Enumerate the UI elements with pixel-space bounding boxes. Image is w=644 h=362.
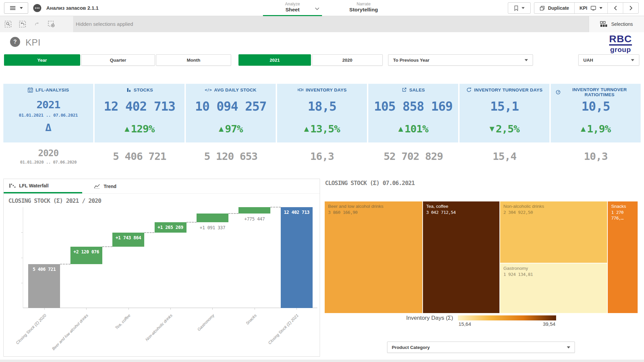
kpi-card-value: 18,5 [277,99,367,114]
treemap-node-beer-and-low-alcohol-drinks[interactable]: Beer and low alcohol drinks3 860 166,90 [324,201,423,313]
waterfall-bar-label: 5 406 721 [28,266,60,272]
filter-button-month[interactable]: Month [156,54,231,66]
app-options-icon[interactable] [33,4,42,12]
x-axis-tick [128,308,129,310]
kpi-card-lfl-analysis: 12LFL-ANALYSIS202101.01.2021 .. 07.06.20… [3,84,93,142]
x-axis-tick [255,308,255,310]
rbc-group-logo: RBC group [606,34,635,53]
treemap-title: CLOSING STOCK (Σ) 07.06.2021 [325,180,415,186]
bookmark-icon [514,5,519,11]
waterfall-x-label: Closing Stock (Σ) 2021 [249,313,300,357]
duplicate-button[interactable]: Duplicate [534,3,574,13]
chevron-down-icon[interactable] [315,7,319,10]
y-axis-tick [21,283,23,283]
clear-selections-icon[interactable] [48,21,56,27]
kpi-card-delta: ▲101% [368,123,458,135]
legend-label: Inventory Days (Σ) [406,315,453,321]
waterfall-connector [102,246,112,247]
comparison-period: 01.01.2020 .. 07.06.2020 [20,160,77,165]
treemap-legend: Inventory Days (Σ) 15,64 39,54 [324,315,638,321]
compare-period-dropdown[interactable]: To Previous Year [388,54,533,66]
treemap-node-name: Beer and low alcohol drinks [328,203,419,209]
kpi-card-value: 2021 [3,99,93,111]
kpi-card-value: 105 858 169 [368,99,458,114]
kpi-card-inventory-days: INVENTORY DAYS18,5▲13,5% [277,84,367,142]
treemap-node-name: Tea, coffee [426,203,496,209]
caret-down-icon [599,7,602,9]
step-forward-icon[interactable] [34,21,42,27]
search-selections-icon[interactable] [5,21,13,27]
selections-button[interactable]: Selections [589,16,644,32]
filter-button-2021[interactable]: 2021 [238,54,311,66]
legend-gradient-bar [458,315,556,320]
treemap-node-non-alcoholic-drinks[interactable]: Non-alcoholic drinks2 304 922,50 [500,201,608,263]
help-icon[interactable]: ? [10,37,20,47]
x-axis-tick [86,308,87,310]
logo-rbc-text: RBC [609,34,632,46]
kpi-card-value: 10 094 257 [186,99,276,114]
currency-dropdown[interactable]: UAH [578,54,639,66]
kpi-card-title: INVENTORY DAYS [306,87,347,93]
gauge-icon [555,89,561,95]
waterfall-x-label: Beer and low alcohol drinks [39,313,89,357]
treemap-node-tea-coffee[interactable]: Tea, coffee3 042 712,54 [423,201,500,313]
comparison-value-column: 16,3 [277,144,367,168]
kpi-card-header: SALES [368,87,458,93]
selections-toolbar: Hidden selections applied Selections [0,16,644,32]
tab-narrate-storytelling[interactable]: Narrate Storytelling [337,0,390,16]
kpi-card-delta: ▲97% [186,123,276,135]
waterfall-bar-closing-stock-2021[interactable] [281,207,313,308]
next-sheet-button[interactable] [623,3,638,13]
x-axis-tick [170,308,171,310]
kpi-nav-label: KPI [580,5,587,11]
currency-value: UAH [583,58,593,63]
treemap-node-value: 2 304 922,50 [503,209,604,215]
tab-analyze-sheet[interactable]: Analyze Sheet [263,0,322,16]
trend-icon [94,184,100,189]
filter-button-2020[interactable]: 2020 [312,54,383,66]
kpi-card-avg-daily-stock: </>AVG DAILY STOCK10 094 257▲97% [186,84,276,142]
comparison-value-column: 52 702 829 [368,144,458,168]
kpi-card-title: STOCKS [134,87,153,93]
waterfall-bar-gastronomy[interactable] [197,214,228,222]
caret-down-icon [567,346,570,349]
treemap-area: Beer and low alcohol drinks3 860 166,90T… [324,201,638,313]
waterfall-bar-snacks[interactable] [238,207,270,214]
y-axis-tick [21,258,23,258]
trend-up-icon: ▲ [304,124,309,133]
filter-row: To Previous Year UAH YearQuarterMonth202… [0,54,644,66]
waterfall-connector [60,264,70,264]
comparison-value: 15,4 [493,150,517,162]
filter-button-quarter[interactable]: Quarter [81,54,155,66]
caret-down-icon [525,59,528,61]
waterfall-tabs: LFL Waterfall Trend [4,179,320,194]
filter-button-year[interactable]: Year [4,54,80,66]
global-menu-button[interactable] [4,2,28,14]
tab-trend[interactable]: Trend [88,179,122,193]
waterfall-plot: 5 406 721+2 120 076+1 743 864+1 265 269+… [23,207,317,308]
treemap-node-gastronomy[interactable]: Gastronomy1 924 134,81 [500,263,608,313]
external-link-icon [401,87,407,93]
trend-up-icon: ▲ [219,124,223,133]
kpi-card-delta: ▼2,5% [460,123,549,135]
product-category-dropdown[interactable]: Product Category [387,342,575,353]
bookmark-button[interactable] [508,2,531,14]
sheet-header: ? KPI RBC group [0,32,644,54]
legend-max-value: 39,54 [543,321,555,327]
bar-chart-icon [126,87,131,93]
kpi-card-delta: ▲13,5% [277,123,367,135]
y-axis-tick [21,232,23,233]
topbar-actions: Duplicate KPI [508,2,639,14]
treemap-node-value: 1 270 776,… [611,209,634,221]
product-category-value: Product Category [392,345,430,350]
previous-sheet-button[interactable] [607,3,623,13]
treemap-node-snacks[interactable]: Snacks1 270 776,… [607,201,638,313]
narrate-label: Narrate [337,2,390,6]
tab-lfl-waterfall[interactable]: LFL Waterfall [4,179,82,193]
step-back-icon[interactable] [19,21,27,27]
kpi-card-inventory-turnover-ratio-times: INVENTORY TURNOVER RATIO/TIMES10,5▲1,9% [551,84,641,142]
trend-up-icon: ▲ [398,124,402,133]
kpi-card-inventory-turnover-days: INVENTORY TURNOVER DAYS15,1▼2,5% [460,84,549,142]
waterfall-panel: LFL Waterfall Trend CLOSING STOCK (Σ) 20… [3,179,320,357]
sheet-selector-button[interactable]: KPI [574,3,607,13]
